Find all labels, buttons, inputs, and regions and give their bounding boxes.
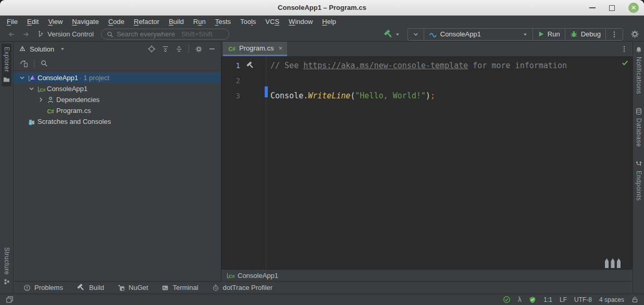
editor-tab-bar: C# Program.cs × (221, 42, 633, 56)
left-tool-window-stripe: Explorer Structure (0, 42, 14, 294)
search-placeholder: Search everywhere (117, 30, 175, 38)
expand-all-icon[interactable] (162, 45, 169, 53)
indent-setting[interactable]: 4 spaces (599, 296, 624, 303)
tree-item-consoleapp1[interactable]: ConsoleApp1 · 1 project (14, 72, 221, 83)
chevron-down-icon[interactable] (28, 85, 35, 92)
file-encoding[interactable]: UTF-8 (574, 296, 592, 303)
chevron-down-icon[interactable] (60, 46, 65, 52)
tree-item-label: Dependencies (56, 96, 100, 104)
tree-item-dependencies[interactable]: Dependencies (14, 94, 221, 105)
kebab-menu-icon (611, 31, 618, 38)
branch-icon (36, 30, 44, 38)
menu-view[interactable]: View (43, 17, 67, 26)
toolwindow-build[interactable]: Build (71, 282, 110, 293)
line-number: 3 (221, 92, 240, 100)
pencils-decoration (603, 257, 622, 269)
more-run-options-button[interactable] (605, 29, 623, 40)
menu-build[interactable]: Build (164, 17, 189, 26)
toolwindow-label: NuGet (129, 284, 148, 291)
gear-icon[interactable] (195, 45, 203, 53)
stripe-label: Structure (3, 247, 10, 275)
status-bar: λ 1:1 LF UTF-8 4 spaces (0, 294, 644, 305)
menu-vcs[interactable]: VCS (261, 17, 284, 26)
stripe-item-endpoints[interactable]: Endpoints (635, 159, 643, 202)
tab-program-cs[interactable]: C# Program.cs × (223, 42, 287, 56)
tree-item-program-cs[interactable]: C#Program.cs (14, 105, 221, 116)
debug-button[interactable]: Debug (565, 29, 605, 40)
menu-navigate[interactable]: Navigate (67, 17, 103, 26)
settings-gear-icon[interactable] (630, 30, 639, 39)
lambda-icon[interactable]: λ (518, 296, 522, 303)
code-editor[interactable]: 1// See https://aka.ms/new-console-templ… (221, 56, 633, 269)
tree-item-scratches-and-consoles[interactable]: Scratches and Consoles (14, 116, 221, 127)
nuget-icon (118, 284, 125, 291)
stripe-item-database[interactable]: Database (635, 106, 643, 148)
menu-window[interactable]: Window (284, 17, 317, 26)
toolwindow-label: Problems (34, 284, 63, 291)
close-icon[interactable]: ✕ (628, 3, 639, 13)
play-icon (538, 31, 544, 37)
editor-options-kebab-icon[interactable] (616, 45, 633, 53)
chevron-down-icon[interactable] (19, 74, 26, 81)
menu-code[interactable]: Code (104, 17, 129, 26)
scratches-icon (28, 118, 36, 126)
toolwindow-label: Build (89, 284, 104, 291)
tool-windows-icon[interactable] (6, 296, 14, 303)
menu-tests[interactable]: Tests (210, 17, 236, 26)
run-button[interactable]: Run (532, 29, 565, 40)
toolwindow-label: Terminal (172, 284, 198, 291)
caret-position[interactable]: 1:1 (543, 296, 552, 303)
menu-file[interactable]: File (2, 17, 22, 26)
solution-panel-title[interactable]: Solution (30, 45, 54, 53)
menu-run[interactable]: Run (189, 17, 210, 26)
stripe-label: Notifications (635, 57, 642, 94)
toolwindow-terminal[interactable]: Terminal (156, 283, 204, 293)
version-control-widget[interactable]: Version Control (36, 30, 94, 38)
minimize-icon[interactable] (589, 7, 596, 8)
solution-small-icon (19, 45, 26, 53)
svg-text:C#: C# (229, 273, 234, 279)
inspections-shield-icon[interactable] (529, 296, 536, 303)
toolwindow-nuget[interactable]: NuGet (112, 283, 154, 293)
solution-panel-toolbar (14, 56, 221, 71)
maximize-icon[interactable] (609, 5, 615, 11)
hammer-icon[interactable] (246, 61, 255, 70)
line-ending[interactable]: LF (560, 296, 567, 303)
run-configuration-name: ConsoleApp1 (440, 30, 481, 38)
ok-circle-icon[interactable] (503, 296, 511, 303)
stripe-item-notifications[interactable]: Notifications (635, 45, 643, 96)
svg-text:C#: C# (40, 86, 45, 92)
run-widget-expand-button[interactable] (408, 29, 424, 40)
tab-close-icon[interactable]: × (278, 44, 282, 52)
dottrace-icon (212, 284, 219, 291)
menu-help[interactable]: Help (317, 17, 341, 26)
tree-item-consoleapp1[interactable]: C#ConsoleApp1 (14, 83, 221, 94)
lock-icon[interactable] (631, 296, 638, 303)
chevron-right-icon[interactable] (38, 96, 44, 103)
toolwindow-problems[interactable]: Problems (18, 283, 69, 293)
breadcrumb-item[interactable]: ConsoleApp1 (238, 272, 278, 279)
collapse-all-icon[interactable] (175, 45, 183, 53)
toolwindow-dottrace-profiler[interactable]: dotTrace Profiler (206, 283, 279, 293)
sync-file-icon[interactable] (20, 59, 28, 68)
debug-button-label: Debug (581, 30, 601, 38)
stripe-item-structure[interactable]: Structure (2, 244, 11, 288)
run-configuration-select[interactable]: ConsoleApp1 (424, 29, 532, 40)
menu-tools[interactable]: Tools (236, 17, 261, 26)
build-solution-button[interactable] (383, 29, 400, 39)
forward-arrow-icon[interactable] (22, 30, 30, 39)
locate-icon[interactable] (147, 45, 156, 53)
bug-icon (570, 30, 578, 38)
inspections-ok-check-icon[interactable] (621, 59, 629, 67)
menu-refactor[interactable]: Refactor (129, 17, 164, 26)
menu-edit[interactable]: Edit (22, 17, 43, 26)
hide-icon[interactable] (208, 45, 216, 53)
search-everywhere-input[interactable]: Search everywhere Shift+Shift (101, 29, 229, 40)
tree-item-suffix: · 1 project (79, 74, 109, 82)
back-arrow-icon[interactable] (7, 30, 16, 39)
find-icon[interactable] (40, 59, 48, 67)
stripe-label: Database (635, 118, 642, 147)
stripe-item-explorer[interactable]: Explorer (2, 44, 11, 86)
main-toolbar: Version Control Search everywhere Shift+… (0, 27, 644, 42)
toolwindow-label: dotTrace Profiler (223, 284, 273, 291)
